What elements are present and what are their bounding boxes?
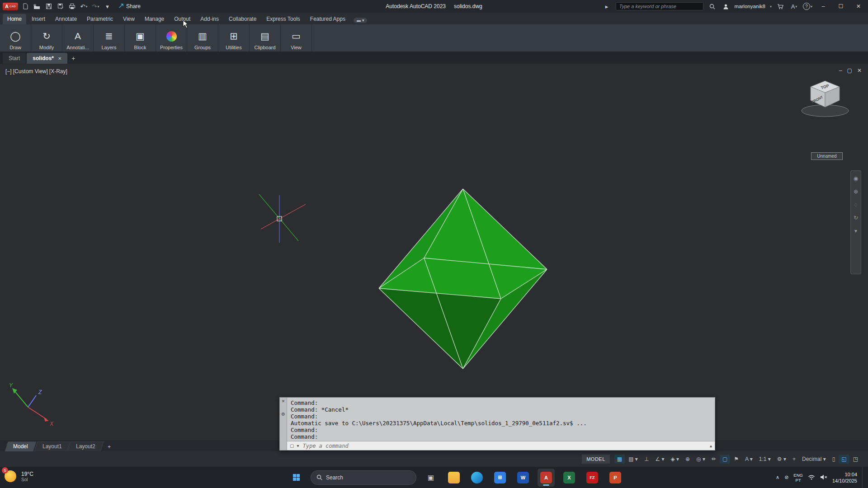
taskbar-app-word[interactable]: W	[514, 469, 532, 487]
ribbon-panel-groups[interactable]: ▥Groups	[187, 24, 218, 52]
file-tab-close-icon[interactable]: ✕	[58, 56, 61, 61]
ribbon-panel-draw[interactable]: ◯Draw	[0, 24, 31, 52]
command-dropdown-icon[interactable]: ▾	[297, 443, 299, 448]
viewport-restore-icon[interactable]: ▢	[847, 67, 852, 74]
command-palette-grip[interactable]: ✕ ⚙	[280, 398, 287, 450]
ortho-mode-icon[interactable]: ⊥	[642, 455, 651, 464]
viewport-minimize-icon[interactable]: –	[839, 67, 842, 74]
close-button[interactable]: ✕	[852, 0, 865, 13]
model-space-button[interactable]: MODEL	[582, 455, 610, 464]
taskbar-clock[interactable]: 10:04 14/10/2025	[832, 471, 857, 484]
grid-icon[interactable]: ▦	[614, 455, 625, 464]
start-button[interactable]	[288, 469, 305, 487]
taskbar-app-autocad[interactable]: A	[538, 469, 555, 487]
octahedron-solid[interactable]	[379, 189, 547, 369]
workspace-switching-icon[interactable]: ⚙ ▾	[774, 455, 789, 464]
units-button[interactable]: Decimal ▾	[799, 455, 829, 464]
qat-customize-button[interactable]: ▾	[103, 2, 112, 11]
share-button[interactable]: Share	[118, 3, 141, 10]
redo-dropdown-icon[interactable]: ▾	[97, 5, 99, 9]
viewport-menu-control[interactable]: [−]	[5, 68, 12, 75]
selection-cycling-icon[interactable]: ▢	[720, 455, 730, 464]
file-tab-solidos[interactable]: solidos*✕	[27, 53, 67, 64]
ribbon-panel-annotation[interactable]: AAnnotati...	[62, 24, 94, 52]
save-as-icon[interactable]	[56, 2, 65, 11]
ribbon-tab-annotate[interactable]: Annotate	[51, 14, 81, 24]
layout-tab-layout2[interactable]: Layout2	[68, 441, 104, 451]
autodesk-apps-button[interactable]: A▾	[789, 2, 799, 11]
autocad-app-menu-button[interactable]: A CAD	[3, 3, 18, 10]
search-expand-icon[interactable]: ▸	[602, 2, 612, 11]
visual-style-control[interactable]: [X-Ray]	[49, 68, 67, 75]
do-not-disturb-icon[interactable]: ⊘	[784, 474, 788, 480]
command-customize-icon[interactable]: ⚙	[281, 412, 285, 417]
show-desktop-button[interactable]	[862, 467, 864, 488]
clean-screen-icon[interactable]: ◳	[850, 455, 861, 464]
file-tab-start[interactable]: Start	[3, 53, 26, 64]
ribbon-panel-layers[interactable]: ≣Layers	[94, 24, 125, 52]
ribbon-panel-clipboard[interactable]: ▤Clipboard	[250, 24, 281, 52]
viewport-close-icon[interactable]: ✕	[857, 67, 862, 74]
command-palette-close-icon[interactable]: ✕	[282, 399, 285, 404]
polar-tracking-icon[interactable]: ∠ ▾	[652, 455, 667, 464]
ribbon-tab-parametric[interactable]: Parametric	[82, 14, 118, 24]
ribbon-panel-utilities[interactable]: ⊞Utilities	[218, 24, 250, 52]
command-input-row[interactable]: ▢ ▾ ▴	[287, 441, 715, 450]
taskbar-app-task-view[interactable]: ▣	[422, 469, 439, 487]
nav-more-icon[interactable]: ▾	[854, 228, 857, 234]
model-space-viewport[interactable]: Y Z X [−] [Custom View] [X-Ray] – ▢ ✕	[0, 64, 868, 440]
taskbar-app-excel[interactable]: X	[561, 469, 578, 487]
ribbon-options-button[interactable]: ▬▾	[354, 18, 368, 23]
taskbar-app-powerpoint[interactable]: P	[607, 469, 624, 487]
nav-orbit-icon[interactable]: ↻	[854, 215, 858, 221]
help-button[interactable]: ?▾	[803, 2, 812, 11]
nav-pan-icon[interactable]: ⊕	[854, 188, 858, 195]
command-history[interactable]: Command: Command: *Cancel* Command: Auto…	[287, 398, 715, 441]
layout-tab-model[interactable]: Model	[5, 441, 36, 451]
ribbon-tab-manage[interactable]: Manage	[140, 14, 169, 24]
annotation-monitor-icon[interactable]: +	[790, 455, 798, 464]
taskbar-app-file-explorer[interactable]	[445, 469, 462, 487]
taskbar-app-filezilla[interactable]: FZ	[584, 469, 601, 487]
graphics-performance-icon[interactable]: ◱	[839, 455, 849, 464]
new-file-icon[interactable]	[20, 2, 30, 11]
annotation-autoscale-icon[interactable]: A ▾	[742, 455, 755, 464]
save-icon[interactable]	[44, 2, 53, 11]
ribbon-panel-block[interactable]: ▣Block	[125, 24, 156, 52]
view-control[interactable]: [Custom View]	[13, 68, 48, 75]
username-label[interactable]: marlonyanik8	[735, 4, 765, 9]
user-dropdown-icon[interactable]: ▾	[770, 5, 772, 9]
object-snap-tracking-icon[interactable]: ⊕	[683, 455, 693, 464]
quick-properties-icon[interactable]: ▯	[830, 455, 838, 464]
network-icon[interactable]	[808, 474, 815, 481]
annotation-scale-button[interactable]: 1:1 ▾	[756, 455, 774, 464]
layout-tab-layout1[interactable]: Layout1	[34, 441, 70, 451]
nav-zoom-icon[interactable]: ◌	[854, 202, 857, 208]
drawing-canvas[interactable]: Y Z X	[0, 64, 868, 440]
object-snap-icon[interactable]: ◎ ▾	[693, 455, 708, 464]
ribbon-tab-addins[interactable]: Add-ins	[196, 14, 223, 24]
command-line-palette[interactable]: ✕ ⚙ Command: Command: *Cancel* Command: …	[279, 397, 715, 450]
ribbon-tab-insert[interactable]: Insert	[27, 14, 50, 24]
taskbar-app-edge[interactable]	[468, 469, 486, 487]
ribbon-panel-modify[interactable]: ↻Modify	[31, 24, 62, 52]
weather-widget[interactable]: 5 19°C Sol	[5, 470, 33, 483]
new-layout-button[interactable]: +	[108, 444, 111, 451]
open-file-icon[interactable]	[32, 2, 42, 11]
user-icon[interactable]	[721, 2, 731, 11]
undo-dropdown-icon[interactable]: ▾	[85, 5, 87, 9]
ribbon-tab-view[interactable]: View	[118, 14, 139, 24]
taskbar-search[interactable]: Search	[311, 470, 416, 485]
tray-expand-icon[interactable]: ∧	[776, 474, 779, 480]
ribbon-tab-home[interactable]: Home	[3, 14, 26, 24]
ribbon-tab-featured-apps[interactable]: Featured Apps	[306, 14, 350, 24]
ribbon-tab-collaborate[interactable]: Collaborate	[224, 14, 261, 24]
taskbar-app-store[interactable]: ⊞	[491, 469, 509, 487]
nav-wheel-icon[interactable]: ◉	[854, 175, 858, 182]
language-indicator[interactable]: ENG PT	[793, 473, 803, 483]
viewcube[interactable]: TOP FRONT	[797, 74, 855, 125]
keyword-search-input[interactable]	[616, 2, 703, 10]
lineweight-icon[interactable]: ✏	[709, 455, 719, 464]
isometric-drafting-icon[interactable]: ◈ ▾	[668, 455, 682, 464]
maximize-button[interactable]: ☐	[834, 0, 848, 13]
